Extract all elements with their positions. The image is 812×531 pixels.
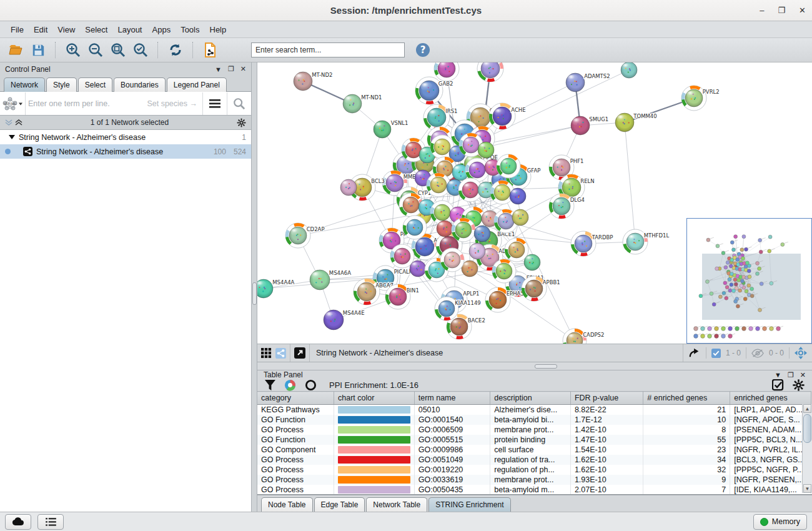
zoom-selected-button[interactable] <box>131 41 150 59</box>
table-settings-gear-icon[interactable] <box>793 379 805 391</box>
close-button[interactable]: ✕ <box>799 6 806 15</box>
string-search-button[interactable] <box>227 92 251 115</box>
tab-legend-panel[interactable]: Legend Panel <box>167 77 227 92</box>
table-row[interactable]: GO ProcessGO:0051049regulation of tra...… <box>257 455 811 465</box>
table-scrollbar[interactable]: ▲ ▼ <box>802 404 812 493</box>
zoom-in-button[interactable] <box>64 41 82 59</box>
tab-select[interactable]: Select <box>78 77 112 92</box>
maximize-button[interactable]: ❐ <box>778 6 785 15</box>
birdseye-toggle-icon[interactable] <box>795 347 807 359</box>
tab-string-enrichment[interactable]: STRING Enrichment <box>428 497 510 512</box>
network-collection-row[interactable]: String Network - Alzheimer's disease 1 <box>0 130 251 144</box>
collapse-all-icon[interactable] <box>5 119 12 126</box>
table-row[interactable]: GO ProcessGO:0019220regulation of ph...1… <box>257 465 811 475</box>
collection-count: 1 <box>242 133 246 142</box>
help-button[interactable]: ? <box>413 41 432 59</box>
zoom-fit-button[interactable] <box>109 41 127 59</box>
menu-layout[interactable]: Layout <box>113 23 146 36</box>
expand-all-icon[interactable] <box>15 119 22 126</box>
table-row[interactable]: GO FunctionGO:0001540beta-amyloid bi...1… <box>257 415 811 425</box>
cell: GO:0009986 <box>414 445 490 455</box>
save-session-button[interactable] <box>29 41 47 59</box>
string-protein-query-button[interactable]: STRING <box>0 92 26 115</box>
svg-text:MME: MME <box>404 174 416 180</box>
gear-icon[interactable] <box>237 118 246 127</box>
svg-text:SMUG1: SMUG1 <box>589 116 608 122</box>
menu-file[interactable]: File <box>6 23 28 36</box>
tab-network-table[interactable]: Network Table <box>366 497 427 512</box>
table-row[interactable]: KEGG Pathways05010Alzheimer's dise...8.8… <box>257 405 811 415</box>
enrichment-chart-icon[interactable] <box>284 379 296 391</box>
tab-style[interactable]: Style <box>46 77 77 92</box>
table-float-icon[interactable]: ❐ <box>788 371 794 379</box>
export-network-icon[interactable] <box>688 347 701 359</box>
network-canvas[interactable]: MT-ND2MT-ND1VSNL1GAB2ADAMTS2PVRL2SMUG1TO… <box>257 62 812 344</box>
refresh-button[interactable] <box>166 41 185 59</box>
task-history-button[interactable] <box>37 514 64 530</box>
cell: 10 <box>643 415 730 425</box>
float-panel-icon[interactable]: ❐ <box>228 65 234 73</box>
network-document-icon <box>202 42 219 58</box>
tab-boundaries[interactable]: Boundaries <box>114 77 166 92</box>
tree-expand-icon[interactable] <box>9 134 15 140</box>
minimize-button[interactable]: – <box>760 6 764 15</box>
memory-button[interactable]: Memory <box>753 514 807 530</box>
column-header-enriched-genes[interactable]: enriched genes <box>730 392 811 405</box>
cell: GO Function <box>257 415 334 425</box>
table-row[interactable]: GO ComponentGO:0009986cell surface1.54E-… <box>257 445 811 455</box>
cell-chart-color <box>334 455 415 465</box>
menu-apps[interactable]: Apps <box>148 23 176 36</box>
table-row[interactable]: GO ProcessGO:0033619membrane prot...1.93… <box>257 475 811 485</box>
menu-select[interactable]: Select <box>81 23 112 36</box>
scrollbar-thumb[interactable] <box>803 414 811 443</box>
column-header-enriched-genes[interactable]: # enriched genes <box>643 392 730 405</box>
column-header-term-name[interactable]: term name <box>414 392 490 405</box>
network-row[interactable]: String Network - Alzheimer's disease 100… <box>0 144 251 159</box>
string-options-button[interactable] <box>202 92 227 115</box>
selected-count: 1 - 0 <box>726 349 741 357</box>
panel-splitter[interactable] <box>252 62 257 512</box>
horizontal-splitter-handle[interactable] <box>535 364 557 369</box>
string-terms-input[interactable] <box>26 99 147 108</box>
menu-view[interactable]: View <box>53 23 79 36</box>
scroll-down-arrow[interactable]: ▼ <box>803 484 811 493</box>
tab-edge-table[interactable]: Edge Table <box>314 497 365 512</box>
zoom-out-button[interactable] <box>86 41 105 59</box>
network-selected-summary: 1 of 1 Network selected <box>22 118 237 127</box>
open-session-button[interactable] <box>6 41 25 59</box>
set-species-hint[interactable]: Set species → <box>147 99 202 108</box>
menu-edit[interactable]: Edit <box>29 23 52 36</box>
horizontal-splitter[interactable] <box>257 362 812 370</box>
panel-menu-icon[interactable]: ▼ <box>215 66 222 73</box>
search-input[interactable] <box>251 42 405 57</box>
rings-icon[interactable] <box>305 379 317 391</box>
zoom-fit-icon <box>110 42 126 58</box>
cell: beta-amyloid m... <box>490 485 571 495</box>
table-panel-menu-icon[interactable]: ▼ <box>775 371 781 379</box>
column-header-chart-color[interactable]: chart color <box>334 392 415 405</box>
network-from-file-button[interactable] <box>201 41 220 59</box>
column-header-description[interactable]: description <box>490 392 571 405</box>
table-row[interactable]: GO FunctionGO:0005515protein binding1.47… <box>257 435 811 445</box>
column-header-FDR-p-value[interactable]: FDR p-value <box>570 392 643 405</box>
column-header-category[interactable]: category <box>257 392 334 405</box>
close-panel-icon[interactable]: ✕ <box>240 65 246 73</box>
birds-eye-view[interactable] <box>686 218 812 344</box>
menu-help[interactable]: Help <box>205 23 231 36</box>
cloud-tasks-button[interactable] <box>5 514 31 530</box>
table-row[interactable]: GO ProcessGO:0050435beta-amyloid m...2.0… <box>257 485 811 495</box>
splitter-handle[interactable] <box>252 282 257 305</box>
grid-view-icon[interactable] <box>261 348 272 359</box>
share-network-icon[interactable] <box>275 348 286 359</box>
cell: 1.42E-10 <box>570 425 643 435</box>
scroll-up-arrow[interactable]: ▲ <box>803 404 811 413</box>
table-close-icon[interactable]: ✕ <box>800 371 806 379</box>
menu-tools[interactable]: Tools <box>176 23 204 36</box>
tab-network[interactable]: Network <box>4 77 45 92</box>
tab-node-table[interactable]: Node Table <box>261 497 313 512</box>
cell: GO Process <box>257 455 334 465</box>
open-in-window-icon[interactable] <box>294 347 305 359</box>
select-columns-icon[interactable] <box>772 379 784 391</box>
table-row[interactable]: GO ProcessGO:0006509membrane prot...1.42… <box>257 425 811 435</box>
filter-icon[interactable] <box>265 380 275 390</box>
